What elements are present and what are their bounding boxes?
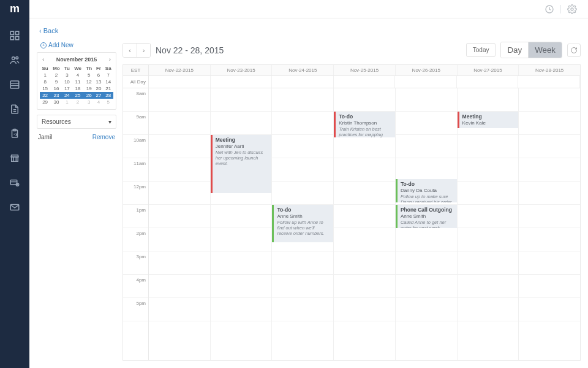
mini-cal-day[interactable]: 29 bbox=[40, 99, 50, 105]
mini-cal-day[interactable]: 14 bbox=[103, 79, 113, 85]
all-day-label: All Day bbox=[123, 76, 149, 88]
nav-dashboard-icon[interactable] bbox=[9, 29, 21, 42]
nav-rail bbox=[0, 0, 29, 368]
all-day-slot[interactable] bbox=[149, 76, 211, 88]
mini-cal-day[interactable]: 19 bbox=[84, 85, 94, 92]
mini-cal-day[interactable]: 7 bbox=[103, 72, 113, 79]
svg-rect-2 bbox=[10, 31, 13, 34]
day-header: Nov-28-2015 bbox=[519, 65, 580, 75]
mini-cal-day[interactable]: 4 bbox=[94, 99, 103, 105]
mini-cal-prev[interactable]: ‹ bbox=[42, 56, 44, 63]
back-link[interactable]: ‹Back bbox=[39, 27, 58, 34]
nav-payment-icon[interactable] bbox=[9, 177, 21, 189]
mini-cal-day[interactable]: 21 bbox=[103, 85, 113, 92]
clock-icon[interactable] bbox=[545, 4, 554, 14]
mini-cal-day[interactable]: 5 bbox=[84, 72, 94, 79]
mini-cal-day[interactable]: 23 bbox=[50, 92, 62, 99]
mini-cal-day[interactable]: 3 bbox=[84, 99, 94, 105]
remove-resource[interactable]: Remove bbox=[92, 134, 115, 140]
all-day-slot[interactable] bbox=[272, 76, 334, 88]
all-day-slot[interactable] bbox=[457, 76, 519, 88]
mini-cal-day[interactable]: 30 bbox=[50, 99, 62, 105]
mini-cal-day[interactable]: 2 bbox=[72, 99, 84, 105]
hour-label: 5pm bbox=[123, 298, 148, 321]
mini-cal-day[interactable]: 28 bbox=[103, 92, 113, 99]
mini-cal-month: November 2015 bbox=[56, 56, 97, 63]
day-header: Nov-23-2015 bbox=[211, 65, 273, 75]
gear-icon[interactable] bbox=[567, 4, 577, 14]
nav-mail-icon[interactable] bbox=[9, 201, 21, 213]
mini-cal-day[interactable]: 2 bbox=[50, 72, 62, 79]
mini-cal-day[interactable]: 11 bbox=[72, 79, 84, 85]
event-subtitle: Danny Da Couta bbox=[401, 188, 454, 194]
mini-cal-day[interactable]: 3 bbox=[62, 72, 72, 79]
all-day-slot[interactable] bbox=[211, 76, 273, 88]
all-day-slot[interactable] bbox=[518, 76, 580, 88]
new-button[interactable]: New bbox=[61, 42, 74, 48]
event-subtitle: Anne Smith bbox=[401, 213, 454, 220]
nav-people-icon[interactable] bbox=[9, 54, 21, 66]
mini-cal-day[interactable]: 18 bbox=[72, 85, 84, 92]
mini-cal-day[interactable]: 13 bbox=[94, 79, 103, 85]
mini-cal-day[interactable]: 22 bbox=[40, 92, 50, 99]
calendar-event[interactable]: To-doAnne SmithFollow up with Anne to fi… bbox=[272, 205, 333, 242]
calendar-event[interactable]: To-doDanny Da CoutaFollow up to make sur… bbox=[396, 179, 457, 202]
tz-label: EST bbox=[123, 65, 149, 75]
mini-cal-next[interactable]: › bbox=[109, 56, 111, 63]
event-title: Phone Call Outgoing bbox=[401, 207, 454, 213]
day-column[interactable]: To-doKristin ThompsonTrain Kristen on be… bbox=[334, 88, 396, 360]
mini-calendar: ‹ November 2015 › SuMoTuWeThFrSa 1234567… bbox=[37, 52, 116, 110]
mini-cal-day[interactable]: 20 bbox=[94, 85, 103, 92]
day-column[interactable] bbox=[149, 88, 211, 360]
event-desc: Follow up with Anne to find out when we'… bbox=[277, 220, 330, 237]
cal-next[interactable]: › bbox=[137, 44, 150, 57]
mini-cal-day[interactable]: 1 bbox=[62, 99, 72, 105]
mini-cal-day[interactable]: 17 bbox=[62, 85, 72, 92]
mini-cal-day[interactable]: 15 bbox=[40, 85, 50, 92]
view-day[interactable]: Day bbox=[501, 42, 528, 58]
day-column[interactable]: MeetingJennifer AartiMet with Jen to dis… bbox=[211, 88, 273, 360]
mini-cal-day[interactable]: 24 bbox=[62, 92, 72, 99]
nav-clipboard-icon[interactable] bbox=[9, 128, 21, 140]
today-button[interactable]: Today bbox=[466, 43, 496, 57]
day-header: Nov-24-2015 bbox=[272, 65, 334, 75]
mini-cal-day[interactable]: 8 bbox=[40, 79, 50, 85]
app-logo[interactable]: m bbox=[0, 0, 29, 18]
mini-cal-day[interactable]: 4 bbox=[72, 72, 84, 79]
mini-cal-day[interactable]: 26 bbox=[84, 92, 94, 99]
refresh-button[interactable] bbox=[567, 44, 581, 57]
day-column[interactable]: MeetingKevin Kale bbox=[458, 88, 519, 360]
calendar-event[interactable]: MeetingKevin Kale bbox=[458, 112, 519, 128]
resources-dropdown[interactable]: Resources ▾ bbox=[37, 115, 116, 129]
view-week[interactable]: Week bbox=[528, 42, 562, 58]
mini-cal-day[interactable]: 10 bbox=[62, 79, 72, 85]
mini-cal-grid[interactable]: SuMoTuWeThFrSa 1234567891011121314151617… bbox=[40, 65, 113, 105]
day-column[interactable]: To-doDanny Da CoutaFollow up to make sur… bbox=[396, 88, 458, 360]
event-title: To-do bbox=[339, 113, 392, 120]
resource-row: Jamil Remove bbox=[37, 129, 116, 140]
mini-cal-day[interactable]: 27 bbox=[94, 92, 103, 99]
mini-cal-day[interactable]: 9 bbox=[50, 79, 62, 85]
all-day-slot[interactable] bbox=[334, 76, 396, 88]
add-button[interactable]: Add bbox=[48, 42, 59, 48]
divider bbox=[560, 5, 561, 13]
mini-cal-weekday: Sa bbox=[103, 65, 113, 72]
all-day-slot[interactable] bbox=[395, 76, 457, 88]
cal-prev[interactable]: ‹ bbox=[123, 44, 137, 57]
calendar-event[interactable]: Phone Call OutgoingAnne SmithCalled Anne… bbox=[396, 205, 457, 228]
nav-document-icon[interactable] bbox=[9, 103, 21, 115]
mini-cal-day[interactable]: 25 bbox=[72, 92, 84, 99]
calendar-event[interactable]: MeetingJennifer AartiMet with Jen to dis… bbox=[211, 135, 272, 193]
day-column[interactable]: To-doAnne SmithFollow up with Anne to fi… bbox=[272, 88, 334, 360]
mini-cal-day[interactable]: 6 bbox=[94, 72, 103, 79]
nav-list-icon[interactable] bbox=[9, 79, 21, 91]
mini-cal-day[interactable]: 16 bbox=[50, 85, 62, 92]
nav-store-icon[interactable] bbox=[9, 152, 21, 164]
mini-cal-day[interactable]: 1 bbox=[40, 72, 50, 79]
event-title: To-do bbox=[277, 207, 330, 213]
day-column[interactable] bbox=[519, 88, 580, 360]
mini-cal-day[interactable]: 5 bbox=[103, 99, 113, 105]
mini-cal-weekday: Tu bbox=[62, 65, 72, 72]
calendar-event[interactable]: To-doKristin ThompsonTrain Kristen on be… bbox=[334, 112, 395, 137]
mini-cal-day[interactable]: 12 bbox=[84, 79, 94, 85]
